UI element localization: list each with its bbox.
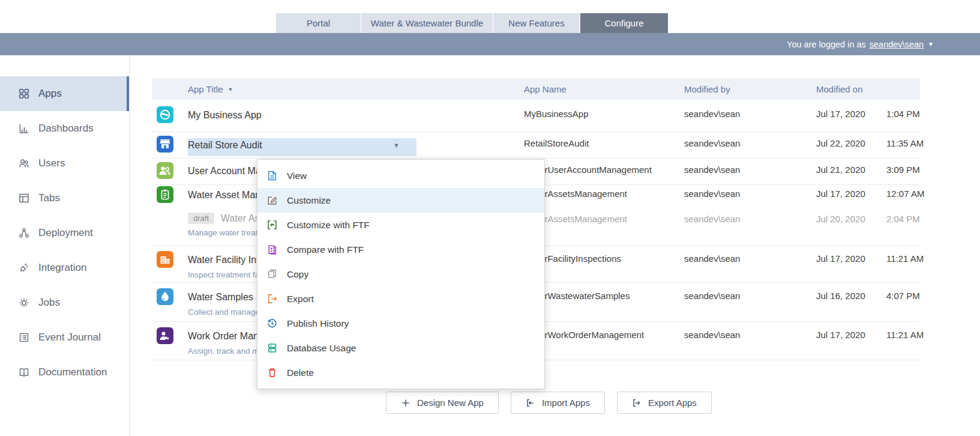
sidebar-label: Integration [38,262,86,274]
water-drop-app-icon [157,288,173,305]
app-title: My Business App [188,109,524,122]
modified-time-cell: 12:07 AM [886,189,924,199]
menu-item-label: Delete [287,368,314,378]
modified-date-cell: Jul 21, 2020 [816,165,886,175]
app-name-cell: WaterWastewaterSamples [524,291,684,301]
sidebar-item-tabs[interactable]: Tabs [0,181,129,216]
sidebar-label: Apps [38,88,62,100]
dropdown-caret-icon[interactable]: ▼ [393,142,400,149]
import-apps-button[interactable]: Import Apps [511,392,605,414]
sidebar-item-jobs[interactable]: Jobs [0,285,129,320]
table-row-my-business-app[interactable]: My Business App MyBusinessApp seandev\se… [152,100,920,132]
tab-configure[interactable]: Configure [580,13,668,33]
modified-time-cell: 11:21 AM [886,253,924,264]
app-name-cell: RetailStoreAudit [524,138,684,148]
button-label: Export Apps [648,398,697,408]
delete-trash-icon [266,367,278,378]
export-icon [266,293,278,304]
plus-icon [401,398,410,408]
export-icon [632,398,642,408]
menu-item-copy[interactable]: Copy [257,262,544,286]
sidebar-item-event-journal[interactable]: Event Journal [0,320,129,355]
open-book-icon [18,366,30,378]
login-status-text: You are logged in as [787,40,866,49]
tab-water-wastewater-bundle[interactable]: Water & Wastewater Bundle [361,13,493,33]
customize-ftf-icon [266,219,278,231]
username-link[interactable]: seandev\sean [870,40,924,49]
menu-item-delete[interactable]: Delete [257,360,544,385]
modified-by-cell: seandev\sean [684,138,816,148]
sidebar-item-integration[interactable]: Integration [0,250,129,285]
export-apps-button[interactable]: Export Apps [617,392,712,414]
sidebar-item-apps[interactable]: Apps [0,76,129,111]
menu-item-compare-with-ftf[interactable]: Compare with FTF [257,237,544,262]
user-menu-caret-icon[interactable]: ▼ [928,41,934,47]
app-title-dropdown[interactable]: Retail Store Audit ▼ [188,138,416,156]
menu-item-publish-history[interactable]: Publish History [257,311,544,336]
menu-item-label: Database Usage [287,343,356,354]
sidebar-item-users[interactable]: Users [0,146,129,181]
header-modified-by[interactable]: Modified by [684,84,816,94]
sidebar-label: Deployment [38,227,93,239]
menu-item-label: View [287,171,307,181]
menu-item-customize[interactable]: Customize [257,188,544,213]
menu-item-export[interactable]: Export [257,286,544,311]
publish-history-clock-icon [266,318,278,329]
tab-new-features[interactable]: New Features [493,13,580,33]
app-name-cell: WaterWorkOrderManagement [524,330,684,340]
modified-by-cell: seandev\sean [684,291,816,301]
modified-date-cell: Jul 16, 2020 [816,291,886,301]
import-icon [526,398,535,408]
sidebar-label: Jobs [38,297,60,309]
footer-actions: Design New App Import Apps Export Apps [386,392,712,414]
header-app-name[interactable]: App Name [524,84,684,94]
clipboard-app-icon [157,186,173,203]
top-tabs: Portal Water & Wastewater Bundle New Fea… [276,13,668,33]
app-name-cell: WaterUserAccountManagement [524,165,684,175]
sidebar-item-dashboards[interactable]: Dashboards [0,111,129,146]
modified-time-cell: 11:21 AM [886,330,924,340]
plug-icon [18,262,30,274]
menu-item-database-usage[interactable]: Database Usage [257,336,544,360]
button-label: Import Apps [542,398,590,408]
customize-pencil-icon [266,195,278,206]
table-header-row: App Title▼ App Name Modified by Modified… [152,78,920,100]
modified-time-cell: 3:09 PM [886,165,920,175]
app-name-cell: MyBusinessApp [524,109,684,119]
view-document-icon [266,170,278,181]
header-modified-on[interactable]: Modified on [816,84,886,94]
sidebar-item-deployment[interactable]: Deployment [0,216,129,250]
sidebar-label: Dashboards [38,123,94,135]
modified-date-cell: Jul 20, 2020 [816,214,886,224]
modified-date-cell: Jul 17, 2020 [816,189,886,199]
sidebar-label: Documentation [38,366,107,378]
draft-badge: draft [188,213,214,224]
sidebar-label: Event Journal [38,332,101,344]
tab-portal[interactable]: Portal [276,13,361,33]
modified-date-cell: Jul 17, 2020 [816,253,886,264]
database-usage-icon [266,342,278,354]
sidebar-label: Users [38,157,65,169]
app-name-cell: WaterAssetsManagement [524,189,684,199]
storefront-app-icon [157,136,173,153]
app-name-cell: WaterFacilityInspections [524,253,684,264]
menu-item-label: Customize [287,195,331,206]
appbar: You are logged in as seandev\sean ▼ [0,33,980,55]
design-new-app-button[interactable]: Design New App [386,392,499,414]
modified-date-cell: Jul 22, 2020 [816,138,886,148]
sidebar: Apps Dashboards Users Tabs Deployment In… [0,55,130,436]
sidebar-item-documentation[interactable]: Documentation [0,355,129,390]
button-label: Design New App [417,398,484,408]
factory-app-icon [157,251,173,268]
users-icon [18,157,30,169]
modified-time-cell: 1:04 PM [886,109,920,119]
menu-item-label: Customize with FTF [287,220,370,231]
bar-chart-icon [18,123,30,135]
modified-by-cell: seandev\sean [684,165,816,175]
header-app-title[interactable]: App Title▼ [188,84,524,94]
menu-item-view[interactable]: View [257,163,544,188]
app-context-menu: View Customize Customize with FTF Compar… [257,159,545,389]
menu-item-customize-with-ftf[interactable]: Customize with FTF [257,213,544,237]
sidebar-label: Tabs [38,192,60,204]
table-row-retail-store-audit[interactable]: Retail Store Audit ▼ RetailStoreAudit se… [152,132,920,159]
